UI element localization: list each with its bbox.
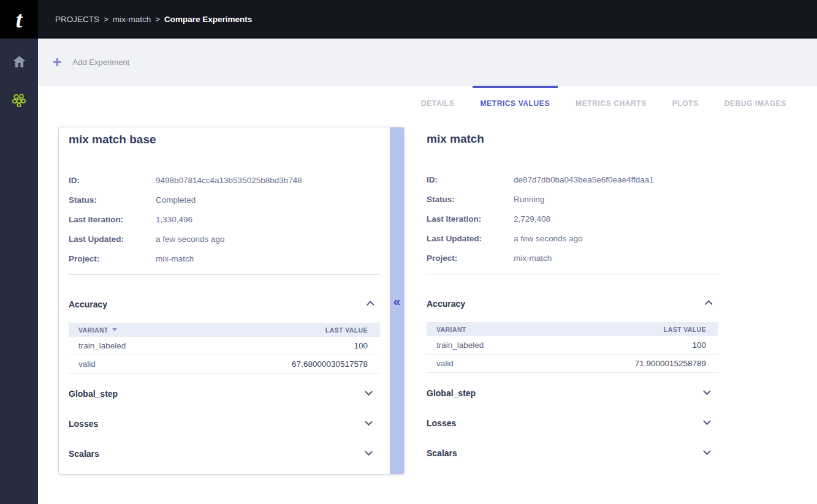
metric-name: Accuracy bbox=[69, 299, 107, 309]
detail-value: mix-match bbox=[514, 254, 552, 263]
column-header-label: LAST VALUE bbox=[664, 326, 706, 333]
breadcrumb-item-projects[interactable]: PROJECTS bbox=[55, 15, 99, 24]
detail-label: Project: bbox=[427, 254, 514, 263]
detail-row: Last Updated: a few seconds ago bbox=[427, 228, 718, 248]
column-header-variant[interactable]: VARIANT bbox=[78, 326, 117, 334]
breadcrumb-separator: > bbox=[104, 15, 108, 24]
tab-debug-images[interactable]: DEBUG IMAGES bbox=[724, 86, 786, 121]
last-value-cell: 100 bbox=[354, 341, 368, 350]
detail-row: Status: Completed bbox=[69, 190, 380, 209]
add-experiment-button[interactable]: + Add Experiment bbox=[53, 55, 129, 70]
table-row: train_labeled 100 bbox=[427, 336, 718, 355]
tab-bar: DETAILS METRICS VALUES METRICS CHARTS PL… bbox=[38, 86, 817, 121]
metric-section-toggle-global-step[interactable]: Global_step bbox=[69, 378, 380, 408]
divider bbox=[427, 274, 718, 274]
tab-metrics-values[interactable]: METRICS VALUES bbox=[481, 86, 550, 121]
chevron-down-icon bbox=[365, 388, 373, 396]
plus-icon: + bbox=[53, 55, 62, 70]
tab-details[interactable]: DETAILS bbox=[421, 86, 455, 121]
chevron-up-icon bbox=[705, 300, 713, 308]
detail-value: a few seconds ago bbox=[156, 235, 225, 244]
detail-label: ID: bbox=[69, 176, 156, 185]
detail-value: 9498b07814cc4a13b535025b8bd3b748 bbox=[156, 176, 302, 185]
experiment-card: mix match ID: de87d7db0ba043bea5e6f0eae4… bbox=[417, 127, 728, 475]
sidebar-item-projects[interactable] bbox=[7, 91, 31, 112]
breadcrumb-item-current: Compare Experiments bbox=[164, 15, 252, 24]
metrics-table: VARIANT LAST VALUE train_labeled 100 val… bbox=[69, 323, 380, 374]
detail-label: ID: bbox=[427, 175, 514, 184]
table-row: valid 71.9000015258789 bbox=[427, 355, 718, 373]
experiment-title: mix match bbox=[427, 132, 718, 146]
detail-value: de87d7db0ba043bea5e6f0eae4ffdaa1 bbox=[514, 175, 654, 184]
detail-value: 1,330,496 bbox=[156, 215, 192, 224]
chevron-down-icon bbox=[703, 387, 711, 395]
metric-section-toggle-scalars[interactable]: Scalars bbox=[427, 438, 718, 468]
detail-row: Last Iteration: 1,330,496 bbox=[69, 209, 380, 229]
chevron-up-icon bbox=[367, 301, 374, 309]
detail-value: Completed bbox=[156, 195, 196, 205]
detail-row: Last Updated: a few seconds ago bbox=[69, 229, 380, 249]
metric-name: Losses bbox=[427, 418, 456, 428]
column-header-last-value[interactable]: LAST VALUE bbox=[325, 326, 368, 334]
experiment-details: ID: 9498b07814cc4a13b535025b8bd3b748 Sta… bbox=[69, 170, 380, 268]
chevron-down-icon bbox=[703, 447, 711, 455]
breadcrumb-separator: > bbox=[155, 15, 160, 24]
detail-label: Last Updated: bbox=[69, 235, 156, 244]
tab-plots[interactable]: PLOTS bbox=[672, 86, 699, 121]
detail-row: Last Iteration: 2,729,408 bbox=[427, 209, 718, 228]
variant-cell: train_labeled bbox=[436, 340, 484, 350]
detail-row: ID: 9498b07814cc4a13b535025b8bd3b748 bbox=[69, 170, 380, 190]
brain-icon bbox=[11, 93, 27, 110]
detail-value: 2,729,408 bbox=[514, 214, 550, 224]
variant-cell: valid bbox=[78, 359, 96, 369]
collapse-card-button[interactable]: « bbox=[393, 295, 401, 307]
metric-section-toggle-global-step[interactable]: Global_step bbox=[427, 378, 718, 408]
detail-label: Status: bbox=[69, 195, 156, 205]
metric-name: Losses bbox=[69, 419, 98, 429]
detail-value: Running bbox=[514, 195, 544, 204]
column-header-variant[interactable]: VARIANT bbox=[436, 326, 466, 333]
breadcrumb-item-project[interactable]: mix-match bbox=[113, 15, 151, 24]
app-logo-letter: t bbox=[16, 6, 23, 33]
variant-cell: valid bbox=[436, 359, 454, 368]
detail-label: Last Updated: bbox=[427, 234, 514, 243]
experiment-title: mix match base bbox=[69, 132, 380, 147]
variant-cell: train_labeled bbox=[78, 341, 126, 350]
last-value-cell: 67.68000030517578 bbox=[292, 359, 368, 369]
metric-section-toggle-losses[interactable]: Losses bbox=[427, 408, 718, 438]
chevron-down-icon bbox=[703, 417, 711, 425]
metric-name: Accuracy bbox=[427, 299, 465, 309]
column-header-label: LAST VALUE bbox=[325, 326, 368, 334]
breadcrumb: PROJECTS > mix-match > Compare Experimen… bbox=[55, 15, 252, 24]
divider bbox=[69, 274, 380, 275]
metric-section-toggle-accuracy[interactable]: Accuracy bbox=[69, 296, 380, 313]
metric-name: Global_step bbox=[69, 389, 118, 399]
chevron-down-icon bbox=[365, 418, 373, 426]
metrics-table-header: VARIANT LAST VALUE bbox=[69, 323, 380, 337]
detail-label: Last Iteration: bbox=[69, 215, 156, 224]
last-value-cell: 71.9000015258789 bbox=[635, 359, 706, 368]
detail-row: Status: Running bbox=[427, 189, 718, 209]
metric-name: Scalars bbox=[69, 449, 99, 459]
table-row: train_labeled 100 bbox=[69, 337, 380, 355]
detail-label: Project: bbox=[69, 254, 156, 263]
chevron-down-icon bbox=[365, 448, 373, 456]
sort-desc-icon bbox=[112, 328, 117, 331]
add-experiment-label: Add Experiment bbox=[73, 58, 130, 67]
metric-section-toggle-losses[interactable]: Losses bbox=[69, 408, 380, 438]
column-header-label: VARIANT bbox=[78, 326, 108, 334]
metric-section-toggle-accuracy[interactable]: Accuracy bbox=[427, 295, 718, 312]
detail-row: Project: mix-match bbox=[69, 249, 380, 268]
metric-section-toggle-scalars[interactable]: Scalars bbox=[69, 438, 380, 468]
tab-metrics-charts[interactable]: METRICS CHARTS bbox=[576, 86, 647, 121]
sidebar-item-home[interactable] bbox=[7, 52, 31, 73]
detail-row: Project: mix-match bbox=[427, 248, 718, 268]
experiment-details: ID: de87d7db0ba043bea5e6f0eae4ffdaa1 Sta… bbox=[427, 170, 718, 268]
column-header-last-value[interactable]: LAST VALUE bbox=[664, 326, 706, 333]
app-logo[interactable]: t bbox=[0, 0, 38, 39]
detail-value: a few seconds ago bbox=[514, 234, 583, 243]
card-scrollbar[interactable]: « bbox=[390, 127, 404, 474]
home-icon bbox=[12, 55, 26, 70]
table-row: valid 67.68000030517578 bbox=[69, 355, 380, 374]
metrics-table: VARIANT LAST VALUE train_labeled 100 val… bbox=[427, 322, 718, 373]
